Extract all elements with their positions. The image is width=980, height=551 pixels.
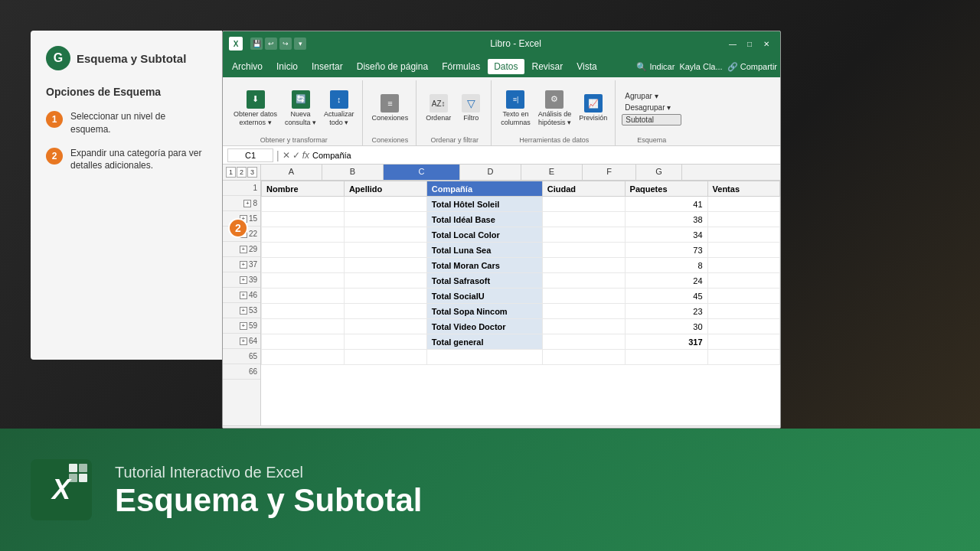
menu-inicio[interactable]: Inicio bbox=[270, 59, 304, 74]
filtro-btn[interactable]: ▽ Filtro bbox=[456, 92, 486, 125]
cell[interactable] bbox=[542, 227, 625, 243]
prevision-btn[interactable]: 📈 Previsión bbox=[576, 92, 610, 125]
cell[interactable] bbox=[262, 243, 345, 258]
cell-compania[interactable]: Total Sopa Nincom bbox=[426, 304, 542, 319]
menu-archivo[interactable]: Archivo bbox=[226, 59, 269, 74]
table-row[interactable]: Total Sopa Nincom 23 bbox=[262, 304, 780, 319]
ordenar-btn[interactable]: AZ↕ Ordenar bbox=[423, 92, 454, 125]
cell[interactable] bbox=[707, 319, 779, 334]
table-row[interactable]: Total Safrasoft 24 bbox=[262, 273, 780, 289]
cell-paquetes[interactable]: 73 bbox=[625, 243, 707, 258]
cell[interactable] bbox=[262, 227, 345, 243]
col-header-a[interactable]: A bbox=[261, 165, 322, 180]
analisis-btn[interactable]: ⚙ Análisis dehipótesis ▾ bbox=[535, 88, 575, 129]
cell-compania[interactable]: Total Safrasoft bbox=[426, 273, 542, 289]
conexiones-btn[interactable]: ≡ Conexiones bbox=[369, 92, 412, 125]
menu-revisar[interactable]: Revisar bbox=[526, 59, 570, 74]
maximize-btn[interactable]: □ bbox=[742, 36, 757, 51]
col-header-g[interactable]: G bbox=[636, 165, 682, 180]
cell-compania-total[interactable]: Total general bbox=[426, 334, 542, 350]
cell[interactable] bbox=[707, 227, 779, 243]
cell[interactable] bbox=[542, 243, 625, 258]
actualizar-btn[interactable]: ↕ Actualizartodo ▾ bbox=[321, 88, 358, 129]
header-ciudad[interactable]: Ciudad bbox=[542, 181, 625, 197]
cell[interactable] bbox=[707, 334, 779, 350]
agrupar-btn[interactable]: Agrupar ▾ bbox=[622, 91, 681, 101]
cell[interactable] bbox=[344, 212, 426, 227]
expand-53[interactable]: + bbox=[240, 307, 247, 315]
menu-vista[interactable]: Vista bbox=[570, 59, 603, 74]
cell-compania[interactable]: Total Moran Cars bbox=[426, 258, 542, 273]
cell[interactable] bbox=[344, 197, 426, 212]
cell[interactable] bbox=[542, 319, 625, 334]
cell[interactable] bbox=[707, 273, 779, 289]
expand-46[interactable]: + bbox=[240, 292, 247, 299]
save-btn[interactable]: 💾 bbox=[250, 37, 263, 50]
cell[interactable] bbox=[344, 334, 426, 350]
col-header-e[interactable]: E bbox=[521, 165, 583, 180]
cell[interactable] bbox=[344, 227, 426, 243]
table-row[interactable]: Total Moran Cars 8 bbox=[262, 258, 780, 273]
cell[interactable] bbox=[262, 197, 345, 212]
menu-datos[interactable]: Datos bbox=[488, 59, 524, 74]
cell-paquetes-total[interactable]: 317 bbox=[625, 334, 707, 350]
cell[interactable] bbox=[542, 258, 625, 273]
col-header-f[interactable]: F bbox=[583, 165, 636, 180]
cell[interactable] bbox=[344, 319, 426, 334]
cell[interactable] bbox=[707, 212, 779, 227]
cell[interactable] bbox=[707, 350, 779, 365]
header-paquetes[interactable]: Paquetes bbox=[625, 181, 707, 197]
table-row[interactable]: Total Local Color 34 bbox=[262, 227, 780, 243]
col-header-d[interactable]: D bbox=[460, 165, 521, 180]
cancel-formula-icon[interactable]: ✕ bbox=[283, 150, 290, 161]
cell[interactable] bbox=[344, 289, 426, 304]
minimize-btn[interactable]: — bbox=[725, 36, 740, 51]
cell-paquetes[interactable]: 30 bbox=[625, 319, 707, 334]
expand-37[interactable]: + bbox=[240, 261, 247, 269]
expand-39[interactable]: + bbox=[240, 276, 247, 284]
texto-columnas-btn[interactable]: ≡| Texto encolumnas bbox=[498, 88, 534, 129]
table-row[interactable]: Total Luna Sea 73 bbox=[262, 243, 780, 258]
header-apellido[interactable]: Apellido bbox=[344, 181, 426, 197]
cell[interactable] bbox=[707, 304, 779, 319]
cell-paquetes[interactable]: 8 bbox=[625, 258, 707, 273]
cell-reference[interactable] bbox=[227, 148, 273, 162]
cell-paquetes[interactable]: 38 bbox=[625, 212, 707, 227]
table-row[interactable]: Total Video Doctor 30 bbox=[262, 319, 780, 334]
cell[interactable] bbox=[262, 319, 345, 334]
cell-compania[interactable]: Total Local Color bbox=[426, 227, 542, 243]
obtener-datos-btn[interactable]: ⬇ Obtener datosexternos ▾ bbox=[230, 88, 280, 129]
cell[interactable] bbox=[262, 289, 345, 304]
cell[interactable] bbox=[262, 304, 345, 319]
share-btn[interactable]: 🔗 Compartir bbox=[727, 62, 777, 72]
close-btn[interactable]: ✕ bbox=[759, 36, 774, 51]
cell[interactable] bbox=[262, 258, 345, 273]
indicar-btn[interactable]: 🔍 Indicar bbox=[636, 62, 675, 72]
cell[interactable] bbox=[344, 258, 426, 273]
cell-compania[interactable]: Total Video Doctor bbox=[426, 319, 542, 334]
expand-29[interactable]: + bbox=[240, 246, 247, 253]
cell[interactable] bbox=[262, 273, 345, 289]
header-compania[interactable]: Compañía bbox=[426, 181, 542, 197]
cell-compania[interactable]: Total Idéal Base bbox=[426, 212, 542, 227]
header-ventas[interactable]: Ventas bbox=[707, 181, 779, 197]
fx-icon[interactable]: fx bbox=[302, 150, 309, 161]
table-row[interactable]: Total SocialU 45 bbox=[262, 289, 780, 304]
cell-paquetes[interactable]: 34 bbox=[625, 227, 707, 243]
level-1-btn[interactable]: 1 bbox=[226, 167, 236, 178]
cell[interactable] bbox=[344, 350, 426, 365]
header-nombre[interactable]: Nombre bbox=[262, 181, 345, 197]
table-row[interactable]: Total general 317 bbox=[262, 334, 780, 350]
cell-compania[interactable]: Total Luna Sea bbox=[426, 243, 542, 258]
undo-btn[interactable]: ↩ bbox=[265, 37, 277, 50]
cell[interactable] bbox=[344, 243, 426, 258]
col-header-b[interactable]: B bbox=[322, 165, 384, 180]
table-row[interactable]: Total Hôtel Soleil 41 bbox=[262, 197, 780, 212]
cell-compania[interactable]: Total SocialU bbox=[426, 289, 542, 304]
expand-59[interactable]: + bbox=[240, 322, 247, 330]
cell[interactable] bbox=[542, 273, 625, 289]
cell[interactable] bbox=[344, 273, 426, 289]
cell[interactable] bbox=[542, 212, 625, 227]
cell-paquetes[interactable]: 23 bbox=[625, 304, 707, 319]
level-3-btn[interactable]: 3 bbox=[247, 167, 257, 178]
